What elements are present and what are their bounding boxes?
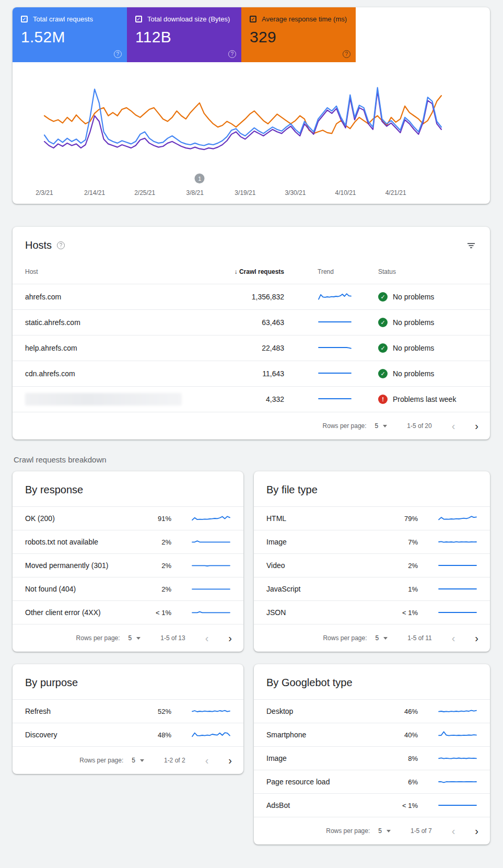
page-range-label: 1-2 of 2 [164,757,185,764]
breakdown-percent: 2% [161,562,171,570]
prev-page-button[interactable]: ‹ [452,633,455,643]
prev-page-button[interactable]: ‹ [452,421,455,431]
next-page-button[interactable]: › [228,755,232,766]
column-host[interactable]: Host [25,268,195,275]
sort-desc-icon: ↓ [235,268,239,275]
breakdown-row[interactable]: Other client error (4XX)< 1% [13,600,243,624]
breakdown-row[interactable]: JSON< 1% [254,600,490,624]
breakdown-label: Other client error (4XX) [25,608,128,617]
breakdown-row[interactable]: AdsBot< 1% [254,793,490,817]
status-ok-icon: ✓ [378,292,388,302]
breakdown-rows: HTML79%Image7%Video2%JavaScript1%JSON< 1… [254,506,490,624]
pagination: Rows per page:51-2 of 2‹› [13,746,243,774]
status-error-icon: ! [378,395,388,404]
rows-per-page-select[interactable]: 5 [128,634,132,642]
help-icon[interactable]: ? [114,50,122,58]
dropdown-caret-icon[interactable] [383,425,387,427]
help-icon[interactable]: ? [228,50,236,58]
breakdown-label: JavaScript [266,585,375,593]
breakdown-row[interactable]: OK (200)91% [13,506,243,530]
next-page-button[interactable]: › [475,421,478,431]
status-cell: ✓No problems [368,343,477,353]
breakdown-sparkline [438,513,477,524]
metric-value: 1.52M [21,28,119,46]
status-label: No problems [393,369,434,378]
breakdown-row[interactable]: Discovery48% [13,723,243,746]
rows-per-page-label: Rows per page: [79,757,123,764]
breakdown-percent: 1% [408,585,418,593]
breakdown-label: JSON [266,608,375,617]
x-axis-label: 2/3/21 [36,189,53,196]
breakdown-percent: 6% [408,778,418,786]
trend-sparkline [318,295,352,303]
next-page-button[interactable]: › [475,633,478,643]
pagination: Rows per page:51-5 of 13‹› [13,624,243,652]
breakdown-row[interactable]: Refresh52% [13,699,243,723]
rows-per-page-select[interactable]: 5 [375,422,379,430]
host-row[interactable]: cdn.ahrefs.com11,643✓No problems [13,361,490,386]
column-crawl-requests[interactable]: ↓ Crawl requests [235,268,284,275]
breakdown-rows: OK (200)91%robots.txt not available2%Mov… [13,506,243,624]
status-label: Problems last week [393,395,456,403]
host-row[interactable]: static.ahrefs.com63,463✓No problems [13,309,490,335]
help-icon[interactable]: ? [343,50,350,58]
breakdown-sparkline [438,800,477,811]
status-label: No problems [393,318,434,327]
dropdown-caret-icon[interactable] [136,637,141,640]
dropdown-caret-icon[interactable] [383,637,388,640]
rows-per-page-select[interactable]: 5 [378,827,382,835]
next-page-button[interactable]: › [475,826,478,836]
breakdown-row[interactable]: Image8% [254,746,490,770]
x-axis-label: 4/10/21 [335,189,356,196]
breakdown-sparkline [191,730,231,740]
breakdown-row[interactable]: HTML79% [254,506,490,530]
breakdown-row[interactable]: Smartphone40% [254,723,490,746]
breakdown-sparkline [438,607,477,618]
crawl-requests-value: 22,483 [262,344,284,352]
breakdown-row[interactable]: JavaScript1% [254,577,490,600]
host-row[interactable]: ahrefs.com1,356,832✓No problems [13,284,490,309]
breakdown-row[interactable]: Desktop46% [254,699,490,723]
rows-per-page-select[interactable]: 5 [132,757,135,764]
summary-card-header: ✓Total crawl requests [21,15,119,23]
breakdown-card-title: By purpose [13,664,243,699]
prev-page-button[interactable]: ‹ [205,755,209,766]
prev-page-button[interactable]: ‹ [205,633,209,643]
next-page-button[interactable]: › [228,633,232,643]
metric-value: 112B [135,28,233,46]
breakdown-row[interactable]: Video2% [254,553,490,577]
breakdown-sparkline [438,730,477,740]
breakdown-label: Desktop [266,707,375,715]
host-row[interactable]: help.ahrefs.com22,483✓No problems [13,335,490,361]
breakdown-row[interactable]: Image7% [254,530,490,553]
breakdown-label: Refresh [25,707,128,715]
breakdown-percent: 52% [158,708,171,715]
pagination: Rows per page:51-5 of 20‹› [13,412,490,439]
metric-checkbox[interactable]: ✓ [21,16,28,22]
breakdown-sparkline [191,537,231,547]
x-axis-label: 3/19/21 [235,189,255,196]
breakdown-row[interactable]: Page resource load6% [254,770,490,793]
dropdown-caret-icon[interactable] [387,830,391,832]
breakdown-row[interactable]: robots.txt not available2% [13,530,243,553]
host-row[interactable]: 4,332!Problems last week [13,386,490,412]
trend-cell [284,342,368,354]
prev-page-button[interactable]: ‹ [452,826,455,836]
breakdown-row[interactable]: Not found (404)2% [13,577,243,600]
dropdown-caret-icon[interactable] [140,759,144,762]
help-icon[interactable]: ? [57,241,65,249]
crawl-trend-chart [13,76,490,172]
trend-sparkline [318,397,352,406]
rows-per-page-label: Rows per page: [323,634,367,642]
metric-checkbox[interactable]: ✓ [135,16,142,22]
trend-cell [284,291,368,303]
page-range-label: 1-5 of 11 [407,634,431,642]
chart-annotation-marker[interactable]: 1 [195,173,205,183]
breakdown-row[interactable]: Moved permanently (301)2% [13,553,243,577]
rows-per-page-select[interactable]: 5 [375,634,379,642]
breakdown-sparkline [191,607,231,618]
breakdown-percent: < 1% [156,609,171,617]
filter-icon[interactable] [465,240,477,251]
metric-checkbox[interactable]: ✓ [250,16,256,22]
host-name-cell: ahrefs.com [25,293,195,301]
